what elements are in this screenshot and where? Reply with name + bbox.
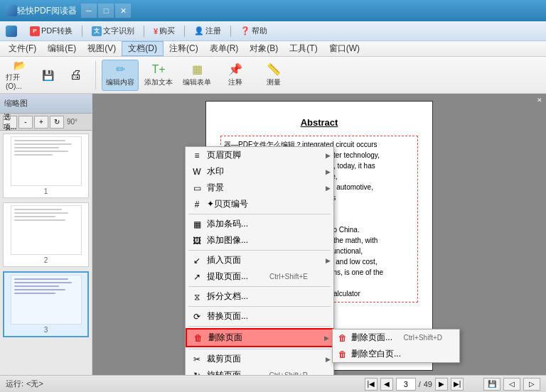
menu-form[interactable]: 表单(R) — [204, 41, 245, 56]
text-recognition-button[interactable]: 文 文字识别 — [87, 24, 139, 38]
header-footer-label: 页眉页脚 — [207, 149, 241, 161]
page-line — [14, 151, 69, 152]
menu-edit[interactable]: 编辑(E) — [42, 41, 82, 56]
total-pages: 49 — [424, 380, 432, 388]
menu-replace-page[interactable]: ⟳ 替换页面... — [186, 308, 333, 325]
sidebar: 缩略图 选项... - + ↻ 90° 1 — [0, 94, 92, 375]
first-page-button[interactable]: |◀ — [365, 378, 378, 391]
add-barcode-label: 添加条码... — [207, 218, 248, 230]
annotate-label: 注释 — [228, 77, 242, 87]
menu-object[interactable]: 对象(B) — [244, 41, 284, 56]
page-line — [14, 219, 65, 221]
nav-next-button[interactable]: ▷ — [523, 378, 540, 391]
menu-extract-page[interactable]: ↗ 提取页面... Ctrl+Shift+E — [186, 268, 333, 285]
text-icon: 文 — [92, 26, 102, 36]
annotate-button[interactable]: 📌 注释 — [217, 60, 254, 91]
crop-page-label: 裁剪页面 — [207, 353, 241, 365]
nav-prev-button[interactable]: ◁ — [503, 378, 520, 391]
register-label: 注册 — [205, 26, 221, 36]
minimize-button[interactable]: ─ — [81, 4, 97, 18]
page-line — [14, 154, 53, 156]
menu-header-footer[interactable]: ≡ 页眉页脚 — [186, 147, 333, 163]
page-thumb-3[interactable]: 3 — [3, 271, 89, 337]
buy-button[interactable]: ¥ 购买 — [149, 24, 179, 38]
sep4 — [188, 306, 331, 307]
save-status-button[interactable]: 💾 — [483, 378, 500, 391]
toolbar-separator-1 — [82, 26, 82, 37]
menu-add-image[interactable]: 🖼 添加图像... — [186, 232, 333, 249]
menu-document[interactable]: 文档(D) — [122, 41, 164, 56]
menu-insert-page[interactable]: ↙ 插入页面 — [186, 252, 333, 268]
measure-label: 测量 — [267, 77, 281, 87]
print-button[interactable]: 🖨 — [63, 60, 90, 91]
edit-content-icon: ✏ — [116, 62, 125, 76]
edit-form-label: 编辑表单 — [183, 77, 211, 87]
page-separator: / — [419, 380, 421, 388]
delete-pages-label: 删除页面... — [351, 332, 392, 344]
menu-annotate[interactable]: 注释(C) — [164, 41, 204, 56]
toolbar-sep-1 — [95, 61, 96, 89]
rotate-button[interactable]: ↻ — [50, 116, 64, 129]
menu-page-number[interactable]: # ✦贝页编号 — [186, 196, 333, 212]
edit-content-label: 编辑内容 — [106, 77, 134, 87]
edit-form-icon: ▦ — [192, 62, 203, 76]
pdf-icon: P — [30, 26, 40, 36]
menu-file[interactable]: 文件(F) — [3, 41, 42, 56]
menu-background[interactable]: ▭ 背景 — [186, 180, 333, 196]
app-title: 轻快PDF阅读器 — [17, 5, 77, 17]
measure-icon: 📏 — [267, 62, 281, 76]
delete-pages-item[interactable]: 🗑 删除页面... Ctrl+Shift+D — [333, 330, 459, 346]
register-button[interactable]: 👤 注册 — [190, 24, 225, 38]
split-doc-icon: ⧖ — [191, 291, 203, 303]
status-left: 运行: <无> — [6, 379, 365, 389]
zoom-out-button[interactable]: - — [18, 116, 33, 129]
running-label: 运行: — [6, 379, 23, 389]
brand-logo-icon — [6, 26, 17, 37]
app-logo — [6, 5, 17, 16]
menu-watermark[interactable]: W 水印 — [186, 163, 333, 180]
options-button[interactable]: 选项... — [3, 116, 17, 129]
menu-view[interactable]: 视图(V) — [82, 41, 122, 56]
page-line — [14, 209, 63, 210]
measure-button[interactable]: 📏 测量 — [255, 60, 292, 91]
delete-pages-icon: 🗑 — [338, 333, 347, 343]
pdf-brand — [6, 26, 17, 37]
edit-tools-group: ✏ 编辑内容 T+ 添加文本 ▦ 编辑表单 📌 注释 📏 测量 — [102, 60, 292, 91]
menu-window[interactable]: 窗口(W) — [323, 41, 365, 56]
open-label: 打开(O)... — [6, 72, 33, 90]
delete-blank-icon: 🗑 — [338, 349, 347, 359]
menu-add-barcode[interactable]: ▦ 添加条码... — [186, 216, 333, 232]
page-line — [14, 216, 56, 217]
open-button[interactable]: 📂 打开(O)... — [6, 60, 33, 91]
save-button[interactable]: 💾 — [34, 60, 61, 91]
delete-blank-pages-item[interactable]: 🗑 删除空白页... — [333, 346, 459, 362]
content-close-button[interactable]: ✕ — [535, 95, 545, 105]
open-icon: 📂 — [14, 60, 26, 71]
next-page-button[interactable]: ▶ — [435, 378, 448, 391]
menu-split-document[interactable]: ⧖ 拆分文档... — [186, 288, 333, 305]
add-text-button[interactable]: T+ 添加文本 — [140, 60, 177, 91]
current-page-input[interactable] — [396, 378, 416, 391]
menu-tools[interactable]: 工具(T) — [284, 41, 323, 56]
page-thumb-1[interactable]: 1 — [3, 134, 89, 198]
menu-crop-page[interactable]: ✂ 裁剪页面 — [186, 351, 333, 367]
prev-page-button[interactable]: ◀ — [380, 378, 393, 391]
extract-page-label: 提取页面... — [207, 271, 248, 283]
page-thumb-2[interactable]: 2 — [3, 202, 89, 267]
sep6 — [188, 349, 331, 349]
no-action-label: <无> — [26, 379, 43, 389]
pdf-convert-button[interactable]: P PDF转换 — [26, 24, 77, 38]
replace-page-icon: ⟳ — [191, 311, 203, 322]
menu-delete-page[interactable]: 🗑 删除页面 🗑 删除页面... Ctrl+Shift+D 🗑 删除空白页... — [186, 328, 333, 347]
zoom-in-button[interactable]: + — [34, 116, 48, 129]
menu-rotate-page[interactable]: ↻ 旋转页面... Ctrl+Shift+R — [186, 367, 333, 375]
edit-content-button[interactable]: ✏ 编辑内容 — [102, 60, 139, 91]
last-page-button[interactable]: ▶| — [451, 378, 464, 391]
status-bar: 运行: <无> |◀ ◀ / 49 ▶ ▶| 💾 ◁ ▷ — [0, 375, 546, 392]
maximize-button[interactable]: □ — [98, 4, 114, 18]
help-button[interactable]: ❓ 帮助 — [236, 24, 272, 38]
replace-page-label: 替换页面... — [207, 310, 248, 322]
edit-form-button[interactable]: ▦ 编辑表单 — [178, 60, 215, 91]
page-line — [14, 285, 59, 287]
close-button[interactable]: ✕ — [115, 4, 131, 18]
